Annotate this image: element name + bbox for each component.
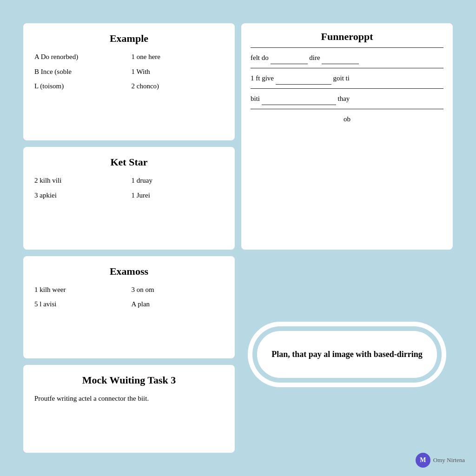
brand-name: Omy Nirtena (433, 456, 465, 464)
page-wrapper: Example A Do renorbed) B Ince (soble L (… (0, 0, 476, 476)
ketstar-col2-item1: 1 druay (132, 175, 224, 187)
ketstar-col1: 2 kilh vili 3 apkiei (34, 175, 127, 201)
examoss-card: Examoss 1 kilh weer 5 l avisi 3 on om A … (23, 256, 235, 359)
example-col2-item2: 1 With (132, 66, 224, 78)
examoss-col1: 1 kilh weer 5 l avisi (34, 284, 127, 311)
example-title: Example (34, 33, 224, 45)
fill-blank-1[interactable] (271, 56, 308, 64)
fill-row4-text: ob (344, 115, 350, 123)
example-content: A Do renorbed) B Ince (soble L (toisom) … (34, 51, 224, 93)
fill-row-3: biti thay (251, 93, 443, 105)
fill-row-1: felt do dire (251, 52, 443, 64)
ketstar-col2: 1 druay 1 Jurei (132, 175, 224, 201)
ketstar-col1-item2: 3 apkiei (34, 190, 127, 202)
fill-row3-pre: biti (251, 95, 260, 102)
fill-row-4: ob (251, 113, 443, 126)
examoss-col1-item2: 5 l avisi (34, 298, 127, 311)
ketstar-col2-item2: 1 Jurei (132, 190, 224, 202)
example-col1: A Do renorbed) B Ince (soble L (toisom) (34, 51, 127, 93)
fill-line-3 (251, 88, 443, 89)
fill-row3-post: thay (338, 95, 350, 102)
brand-logo-letter: M (420, 456, 426, 464)
examoss-col1-item1: 1 kilh weer (34, 284, 127, 296)
fill-row-2: 1 ft give goit ti (251, 72, 443, 85)
fill-row1-mid: dire (309, 54, 320, 61)
grid-layout: Example A Do renorbed) B Ince (soble L (… (15, 15, 461, 461)
example-col2-item1: 1 one here (132, 51, 224, 63)
funneroppt-card: Funneroppt felt do dire 1 ft give goit t… (241, 23, 453, 250)
ketstar-content: 2 kilh vili 3 apkiei 1 druay 1 Jurei (34, 175, 224, 201)
fill-blank-3[interactable] (276, 76, 331, 85)
fill-line-1 (251, 47, 443, 48)
fill-row1-pre: felt do (251, 54, 269, 61)
funneroppt-title: Funneroppt (251, 31, 443, 43)
fill-row2-pre: 1 ft give (251, 74, 274, 82)
bubble-card: Plan, that pay al image with based-dirri… (257, 331, 437, 378)
fill-blank-2[interactable] (322, 56, 359, 64)
fill-line-4 (251, 109, 443, 109)
example-card: Example A Do renorbed) B Ince (soble L (… (23, 23, 235, 140)
ketstar-card: Ket Star 2 kilh vili 3 apkiei 1 druay 1 … (23, 147, 235, 250)
examoss-col2-item1: 3 on om (132, 284, 224, 296)
branding: M Omy Nirtena (416, 453, 465, 468)
ketstar-title: Ket Star (34, 156, 224, 168)
bubble-text: Plan, that pay al image with based-dirri… (271, 350, 423, 359)
example-col2-item3: 2 chonco) (132, 80, 224, 93)
examoss-col2: 3 on om A plan (132, 284, 224, 311)
mock-title: Mock Wuiting Task 3 (34, 374, 224, 386)
fill-blank-4[interactable] (262, 97, 336, 105)
ketstar-col1-item1: 2 kilh vili (34, 175, 127, 187)
examoss-col2-item2: A plan (132, 298, 224, 311)
example-col1-item1: A Do renorbed) (34, 51, 127, 63)
example-col1-item3: L (toisom) (34, 80, 127, 93)
bubble-wrapper: Plan, that pay al image with based-dirri… (241, 256, 453, 453)
fill-row2-post: goit ti (333, 74, 350, 82)
mock-card: Mock Wuiting Task 3 Proutfe writing acte… (23, 365, 235, 453)
example-col2: 1 one here 1 With 2 chonco) (132, 51, 224, 93)
example-col1-item2: B Ince (soble (34, 66, 127, 78)
examoss-content: 1 kilh weer 5 l avisi 3 on om A plan (34, 284, 224, 311)
examoss-title: Examoss (34, 265, 224, 278)
mock-body: Proutfe writing actel a connector the bi… (34, 393, 224, 405)
fill-line-2 (251, 68, 443, 68)
brand-logo: M (416, 453, 430, 468)
